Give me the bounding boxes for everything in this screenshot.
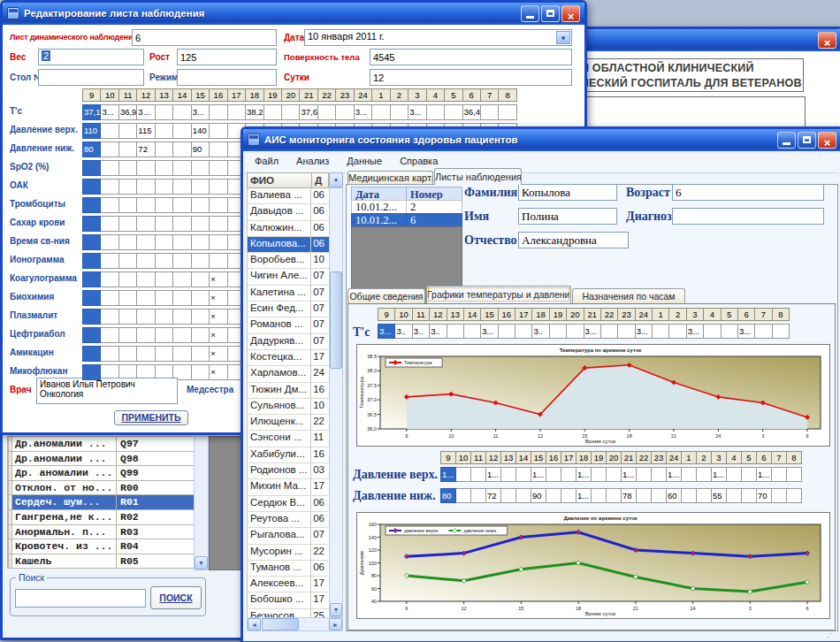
observation-cell[interactable] <box>118 290 137 306</box>
observation-cell[interactable] <box>136 309 155 325</box>
observation-cell[interactable]: 3... <box>136 104 155 120</box>
patient-row[interactable]: Романов ...07 <box>248 317 330 333</box>
sheet-number-input[interactable] <box>132 29 277 46</box>
search-button[interactable]: ПОИСК <box>150 586 202 609</box>
day-input[interactable] <box>370 69 572 86</box>
observation-cell[interactable] <box>82 309 101 325</box>
observation-cell[interactable] <box>136 179 155 195</box>
menu-analysis[interactable]: Анализ <box>296 156 329 166</box>
code-row[interactable]: Кровотеч. из ...R04 <box>8 539 195 554</box>
observation-cell[interactable] <box>172 104 191 120</box>
menu-help[interactable]: Справка <box>400 156 438 166</box>
temperature-cell[interactable]: 3... <box>635 324 653 339</box>
observation-cell[interactable] <box>172 234 191 250</box>
observation-cell[interactable] <box>100 179 118 195</box>
close-button[interactable]: × <box>561 5 580 22</box>
temperature-cell[interactable] <box>754 324 772 339</box>
temperature-cell[interactable] <box>498 324 515 339</box>
pressure-lower-cell[interactable] <box>546 488 561 503</box>
sheets-col-number[interactable]: Номер <box>406 187 462 201</box>
observation-cell[interactable] <box>209 123 227 139</box>
observation-cell[interactable] <box>172 197 191 213</box>
observation-cell[interactable] <box>136 346 155 362</box>
patient-row[interactable]: Сульянов...10 <box>248 399 330 415</box>
scroll-right-button[interactable]: ► <box>329 618 342 631</box>
observation-cell[interactable] <box>172 309 191 325</box>
temperature-cell[interactable] <box>703 324 721 339</box>
patient-row[interactable]: Харламов...24 <box>248 366 330 382</box>
observation-cell[interactable] <box>209 141 227 157</box>
pressure-lower-cell[interactable]: 60 <box>666 488 682 503</box>
observation-cell[interactable]: 37,6 <box>299 104 317 120</box>
patient-row[interactable]: Безносов...25 <box>248 609 330 617</box>
observation-cell[interactable] <box>172 123 191 139</box>
observation-cell[interactable] <box>444 104 462 120</box>
patient-row[interactable]: Бобошко ...17 <box>248 592 330 608</box>
observation-cell[interactable]: 37,1 <box>82 104 101 120</box>
observation-cell[interactable] <box>172 346 191 362</box>
observation-cell[interactable] <box>191 179 210 195</box>
observation-cell[interactable] <box>172 290 191 306</box>
patient-row[interactable]: Есин Фед...07 <box>248 302 330 317</box>
observation-cell[interactable]: 72 <box>136 141 155 157</box>
sheet-row-number[interactable]: 2 <box>406 200 462 214</box>
observation-cell[interactable] <box>155 160 173 176</box>
pressure-upper-cell[interactable]: 1... <box>756 467 772 482</box>
observation-cell[interactable] <box>317 104 336 120</box>
patient-row[interactable]: Калетина ...07 <box>248 286 330 302</box>
temperature-cell[interactable]: 3.. <box>531 324 549 339</box>
observation-cell[interactable]: × <box>209 309 227 325</box>
close-button[interactable]: × <box>818 132 836 149</box>
observation-cell[interactable] <box>118 160 137 176</box>
observation-cell[interactable] <box>172 216 191 232</box>
temperature-cell[interactable]: 3... <box>584 324 601 339</box>
chevron-down-icon[interactable]: ▼ <box>556 31 570 44</box>
pressure-upper-cell[interactable] <box>771 467 787 482</box>
observation-cell[interactable] <box>82 327 101 343</box>
observation-cell[interactable] <box>335 104 354 120</box>
patient-row[interactable]: Тюжин Дм...16 <box>248 383 330 399</box>
temperature-cell[interactable]: 3... <box>686 324 704 339</box>
patient-row[interactable]: Реутова ...06 <box>248 512 330 528</box>
observation-cell[interactable] <box>227 104 246 120</box>
pressure-upper-cell[interactable]: 1... <box>621 467 637 482</box>
sheet-row-date[interactable]: 10.01.2... <box>351 200 407 214</box>
pressure-lower-cell[interactable]: 80 <box>440 488 456 503</box>
menu-file[interactable]: Файл <box>255 156 279 166</box>
observation-cell[interactable] <box>118 179 137 195</box>
observation-cell[interactable] <box>191 216 210 232</box>
temperature-cell[interactable]: 3... <box>480 324 498 339</box>
temperature-cell[interactable] <box>447 324 464 339</box>
resize-grip-icon[interactable]: ⋰ <box>826 628 836 639</box>
observation-cell[interactable] <box>100 123 118 139</box>
observation-cell[interactable]: 80 <box>82 141 101 157</box>
observation-cell[interactable] <box>191 309 210 325</box>
doctor-input[interactable]: Иванов Илья Петрович Онкология <box>36 378 178 404</box>
observation-cell[interactable] <box>100 141 118 157</box>
pressure-lower-cell[interactable] <box>681 488 697 503</box>
observation-cell[interactable]: 110 <box>82 123 101 139</box>
patient-row[interactable]: Хабибули...16 <box>248 447 330 463</box>
scroll-down-button[interactable]: ▼ <box>195 556 208 569</box>
temperature-cell[interactable]: 3... <box>378 324 395 339</box>
tab-general-info[interactable]: Общие сведения <box>347 288 425 303</box>
patient-row[interactable]: Костецка...17 <box>248 350 330 366</box>
patient-row[interactable]: Алексеев...17 <box>248 577 330 592</box>
scrollbar-thumb[interactable] <box>330 271 342 369</box>
observation-cell[interactable] <box>136 290 155 306</box>
tab-hourly-assignments[interactable]: Назначения по часам <box>572 288 685 303</box>
observation-cell[interactable] <box>209 216 227 232</box>
observation-cell[interactable] <box>82 364 101 380</box>
observation-cell[interactable] <box>191 327 210 343</box>
observation-cell[interactable]: 140 <box>191 123 210 139</box>
observation-cell[interactable] <box>136 271 155 287</box>
observation-cell[interactable] <box>100 160 118 176</box>
patient-row[interactable]: Чигин Але...07 <box>248 269 330 285</box>
main-titlebar[interactable]: АИС мониторнига состояния здоровья пацие… <box>243 129 840 151</box>
pressure-lower-cell[interactable] <box>591 488 607 503</box>
pressure-upper-cell[interactable] <box>786 467 802 482</box>
temperature-cell[interactable] <box>515 324 532 339</box>
observation-cell[interactable] <box>155 346 173 362</box>
patient-row[interactable]: Мусорин ...22 <box>248 545 330 561</box>
observation-cell[interactable]: 115 <box>136 123 155 139</box>
